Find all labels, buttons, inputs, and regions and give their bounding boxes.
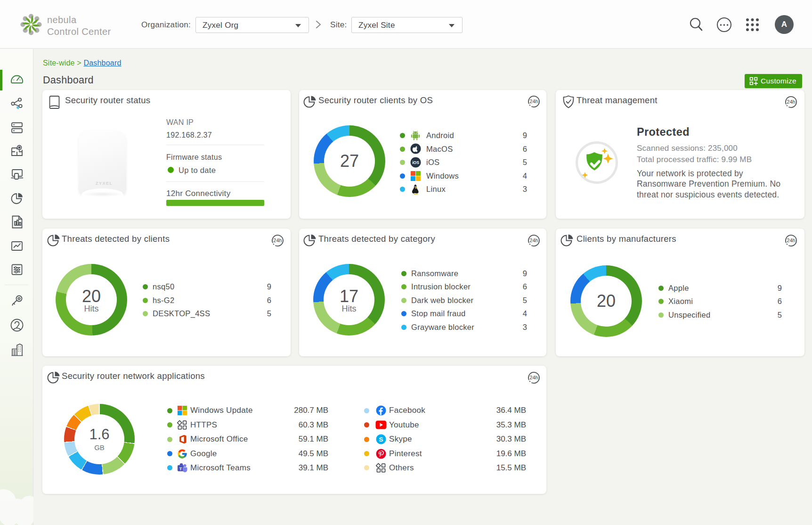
svg-text:S: S — [379, 436, 383, 443]
svg-text:iOS: iOS — [412, 160, 419, 165]
svg-text:T: T — [179, 466, 182, 471]
